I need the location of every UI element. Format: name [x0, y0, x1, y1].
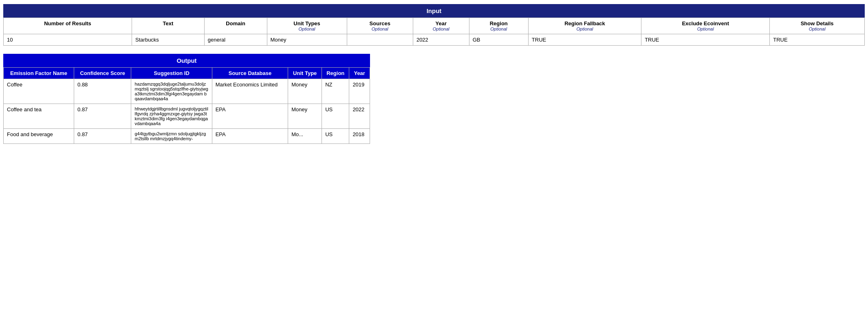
col-number-of-results: Number of Results	[4, 18, 132, 34]
cell-unit-types: Money	[267, 34, 347, 46]
output-row: Coffee and tea0.87hfrweytdgjrtillbgnsdml…	[4, 104, 370, 129]
col-suggestion-id: Suggestion ID	[131, 68, 212, 79]
col-text: Text	[132, 18, 205, 34]
cell-text: Starbucks	[132, 34, 205, 46]
col-region: Region	[322, 68, 349, 79]
input-header-row: Number of Results Text Domain Unit Types…	[4, 18, 865, 34]
cell-region: GB	[469, 34, 528, 46]
output-row: Coffee0.88hazdamzqgq3dqljuge2taljumu3dol…	[4, 79, 370, 104]
cell-year: 2022	[413, 34, 469, 46]
output-table: Emission Factor Name Confidence Score Su…	[3, 67, 370, 144]
output-section: Output Emission Factor Name Confidence S…	[3, 54, 370, 144]
cell-year: 2019	[349, 79, 370, 104]
cell-unit-type: Mo...	[288, 129, 322, 144]
col-region-fallback: Region Fallback Optional	[528, 18, 641, 34]
cell-region: US	[322, 129, 349, 144]
input-title: Input	[3, 4, 865, 18]
input-section: Input Number of Results Text Domain Unit…	[3, 4, 865, 46]
col-sources: Sources Optional	[347, 18, 413, 34]
cell-emission-factor-name: Coffee	[4, 79, 74, 104]
cell-region-fallback: TRUE	[528, 34, 641, 46]
cell-domain: general	[204, 34, 267, 46]
output-title: Output	[3, 54, 370, 67]
cell-number-of-results: 10	[4, 34, 132, 46]
cell-unit-type: Money	[288, 79, 322, 104]
cell-confidence-score: 0.87	[74, 129, 131, 144]
col-domain: Domain	[204, 18, 267, 34]
output-row: Food and beverage0.87g44tgytbgu2wmljzmn …	[4, 129, 370, 144]
cell-show-details: TRUE	[770, 34, 865, 46]
cell-confidence-score: 0.87	[74, 104, 131, 129]
cell-suggestion-id: hfrweytdgjrtillbgnsdml jugvqtoljygqztill…	[131, 104, 212, 129]
cell-region: US	[322, 104, 349, 129]
output-header-row: Emission Factor Name Confidence Score Su…	[4, 68, 370, 79]
cell-exclude-ecoinvent: TRUE	[641, 34, 770, 46]
cell-sources	[347, 34, 413, 46]
cell-year: 2018	[349, 129, 370, 144]
cell-unit-type: Money	[288, 104, 322, 129]
cell-emission-factor-name: Food and beverage	[4, 129, 74, 144]
cell-region: NZ	[322, 79, 349, 104]
input-table: Number of Results Text Domain Unit Types…	[3, 18, 865, 46]
col-year: Year Optional	[413, 18, 469, 34]
cell-source-database: Market Economics Limited	[212, 79, 288, 104]
cell-source-database: EPA	[212, 104, 288, 129]
col-year: Year	[349, 68, 370, 79]
col-region: Region Optional	[469, 18, 528, 34]
cell-year: 2022	[349, 104, 370, 129]
cell-suggestion-id: g44tgytbgu2wmljzmn sdoljugjtgkljzgm2tsll…	[131, 129, 212, 144]
cell-confidence-score: 0.88	[74, 79, 131, 104]
input-row: 10 Starbucks general Money 2022 GB TRUE …	[4, 34, 865, 46]
cell-emission-factor-name: Coffee and tea	[4, 104, 74, 129]
cell-suggestion-id: hazdamzqgq3dqljuge2taljumu3doljzmqztslj …	[131, 79, 212, 104]
col-emission-factor-name: Emission Factor Name	[4, 68, 74, 79]
cell-source-database: EPA	[212, 129, 288, 144]
col-show-details: Show Details Optional	[770, 18, 865, 34]
col-exclude-ecoinvent: Exclude Ecoinvent Optional	[641, 18, 770, 34]
col-confidence-score: Confidence Score	[74, 68, 131, 79]
col-unit-type: Unit Type	[288, 68, 322, 79]
col-unit-types: Unit Types Optional	[267, 18, 347, 34]
col-source-database: Source Database	[212, 68, 288, 79]
